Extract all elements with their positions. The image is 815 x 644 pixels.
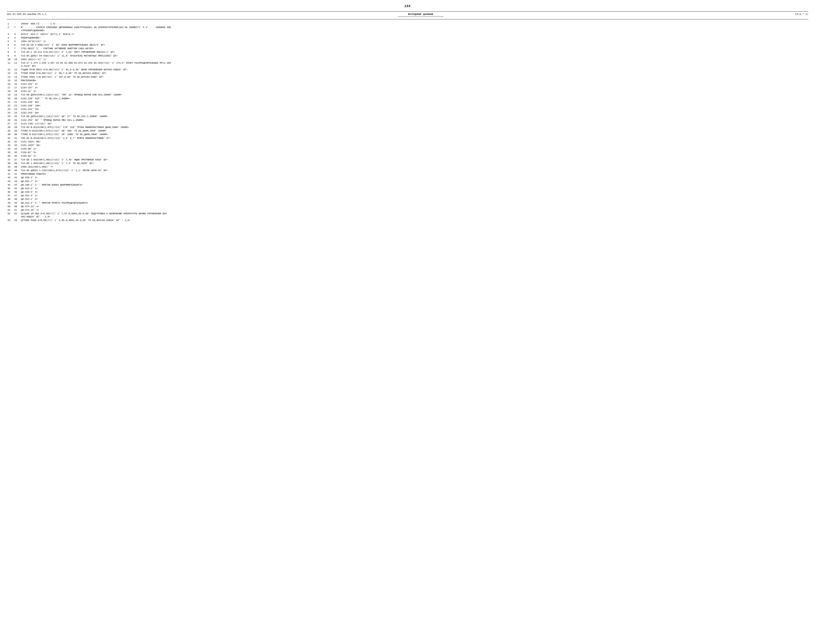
row-num2: 33 bbox=[13, 219, 20, 222]
row-num2: 3 bbox=[13, 32, 20, 36]
row-num1: 36 bbox=[7, 154, 13, 158]
row-num1: 45 bbox=[7, 187, 13, 190]
table-row: 4747Ц8-531-4' 1• bbox=[7, 194, 808, 197]
row-content: Ц8-529-5' 4• bbox=[20, 190, 808, 194]
row-num2: 30 bbox=[13, 133, 20, 136]
table-row: 3535С156-81' 5• bbox=[7, 151, 808, 154]
table-row: 4141РМОНТАЖНЫЕ РАБОТЫ• bbox=[7, 172, 808, 176]
row-num2: 39 bbox=[13, 165, 20, 169]
row-num1: 39 bbox=[7, 165, 13, 169]
row-content: Ц8-522-1' 2• bbox=[20, 197, 808, 201]
table-row: 4646Ц8-529-5' 4• bbox=[7, 190, 808, 194]
row-num2: 6 bbox=[13, 43, 20, 47]
table-row: 2323С152-231' 70• bbox=[7, 107, 808, 111]
row-content: Т15-03 В-0124(Н9=1,076)(=13)' 170' 310' … bbox=[20, 126, 808, 129]
table-row: 44РОБОРУДОВАНИЕ• bbox=[7, 36, 808, 40]
row-num2: 32 bbox=[13, 140, 20, 144]
row-content: Ц8-531-4' 1• bbox=[20, 194, 808, 197]
row-num1: 12 bbox=[7, 68, 13, 71]
table-row: 3434С156-80' 2• bbox=[7, 147, 808, 151]
row-num2: 11 bbox=[13, 61, 20, 68]
row-content: С156-82' 2• bbox=[20, 154, 808, 158]
row-content: Ц8-525-2' 2• bbox=[20, 176, 808, 179]
table-row: 3737Т24-05 1-943(Н9=1,082)(=13)' 2' 7,45… bbox=[7, 158, 808, 161]
table-row: 4545Ц8-613-2' 1• bbox=[7, 187, 808, 190]
row-num1: 34 bbox=[7, 147, 13, 151]
table-row: 2525Т15-09 ДОП14(Н9=1,116)(=13)' 90' 27'… bbox=[7, 115, 808, 118]
row-num1: 16 bbox=[7, 82, 13, 86]
row-num2: 44 bbox=[13, 183, 20, 187]
row-content: Ц8-512-4' 1' ' МОНТАЖ ПУНКТА РАСПРЕДЕЛИТ… bbox=[20, 201, 808, 205]
row-num2: 49 bbox=[13, 201, 20, 205]
row-num1: 19 bbox=[7, 93, 13, 97]
row-num2: 48 bbox=[13, 197, 20, 201]
row-content: РМАТЕРИАЛИ• bbox=[20, 79, 808, 82]
data-table: 1·34040' НОН.ГI' · · · 1 0' · · · · ·2?Ю… bbox=[7, 22, 808, 222]
row-content: 2405-1012(Н9=1,089)' 7• bbox=[20, 165, 808, 169]
table-row: 2222С152-230' 100• bbox=[7, 104, 808, 107]
row-num1: 17 bbox=[7, 86, 13, 89]
row-content: С113-146(.1)(=13)' 20• bbox=[20, 122, 808, 126]
row-content: Ц8-105-1' 1' ' МОНТАЖ БЛОКА ВЫПРЯМИТЕЛЬН… bbox=[20, 183, 808, 187]
table-row: 3636С156-82' 2• bbox=[7, 154, 808, 158]
table-row: 39392405-1012(Н9=1,089)' 7• bbox=[7, 165, 808, 169]
row-content: Ц12Ц4Б ЭП ЛЦ3 К=0,98(=7)' 1' 7,57.0,98Н3… bbox=[20, 212, 808, 219]
row-num2: 26 bbox=[13, 118, 20, 122]
row-num1: 32 bbox=[7, 140, 13, 144]
row-content: С151-1824' R0• bbox=[20, 140, 808, 144]
row-num1: 43 bbox=[7, 179, 13, 183]
row-num2: 23 bbox=[13, 107, 20, 111]
row-num2: 46 bbox=[13, 190, 20, 194]
row-content: С152-229' 90• bbox=[20, 100, 808, 104]
row-num2: 27 bbox=[13, 122, 20, 126]
row-content: Ю' · · · · КЛУБ(В КЛЕЕННЫХ ДЕРЕВЯННЫХ КО… bbox=[20, 26, 808, 32]
table-row: 1111Т15-17 1-274 1-255 1-257 15-04 01-06… bbox=[7, 61, 808, 68]
row-num2: 5 bbox=[13, 40, 20, 43]
table-row: 5151Ц8-574-25' 1• bbox=[7, 208, 808, 212]
row-num1: 2 bbox=[7, 26, 13, 32]
row-content: Ц8-574-23' 4• bbox=[20, 205, 808, 208]
row-num1: 49 bbox=[7, 201, 13, 205]
table-row: 771701-8013' 1' · СЧЕТЧИК АКТИВНОЙ ЭНЕРГ… bbox=[7, 47, 808, 50]
row-num2: 4 bbox=[13, 36, 20, 40]
header-block: 26I-I2-255.85 Альбом УП,ч,2 ИСХОДНЫЕ ДАН… bbox=[7, 11, 808, 19]
row-content: 1701-8013' 1' · СЧЕТЧИК АКТИВНОЙ ЭНЕРГИИ… bbox=[20, 47, 808, 50]
row-num1: 20 bbox=[7, 97, 13, 100]
table-row: 2929ТТОКЕ В-0125(Н9=1,076)(=13)' 80' 490… bbox=[7, 129, 808, 133]
row-num2: ? bbox=[13, 26, 20, 32]
row-num2: 51 bbox=[13, 208, 20, 212]
table-row: 3030ТТОКЕ В-0127(Н9=1,076)(=13)' 20' 100… bbox=[7, 133, 808, 136]
table-row: 5333ЦТТОКЕ П390 К=0,98(=7)' 1' 5,85.0,98… bbox=[7, 219, 808, 222]
table-row: 1919Т15-09 ДОП14(Н9=1,116)(=13)' 700' 21… bbox=[7, 93, 808, 97]
table-row: 1212ТСЦНБ ПТ3П П021 К=0,98(=14)' 1' 81,8… bbox=[7, 68, 808, 71]
row-num1: 14 bbox=[7, 75, 13, 79]
table-row: 33Н23=2' Н24-2' Н25=4' Н27=1,2' Н28=0,7• bbox=[7, 32, 808, 36]
row-num2: 37 bbox=[13, 158, 20, 161]
table-row: 551504-10°0(=14)' 1• bbox=[7, 40, 808, 43]
row-content: С156-80' 2• bbox=[20, 147, 808, 151]
table-row: 4848Ц8-522-1' 2• bbox=[7, 197, 808, 201]
row-content: Т15-17 1-274 1-255 1-257 15-04 01-060 01… bbox=[20, 61, 808, 68]
row-num1: 9 bbox=[7, 54, 13, 58]
row-num1: 10 bbox=[7, 58, 13, 61]
table-row: 1616С154-162' 3• bbox=[7, 82, 808, 86]
row-num2: 31 bbox=[13, 136, 20, 140]
row-num1: 21 bbox=[7, 100, 13, 104]
page-number: 155 bbox=[7, 5, 808, 8]
row-num1: 51 bbox=[7, 208, 13, 212]
row-num1: 28 bbox=[7, 126, 13, 129]
row-content: С154-162' 3• bbox=[20, 82, 808, 86]
row-num1: 38 bbox=[7, 161, 13, 165]
row-num1: 1 bbox=[7, 22, 13, 26]
row-content: ТСЦНБ ПТ3П П021 К=0,98(=14)' 1' 81,8.0,9… bbox=[20, 68, 808, 71]
row-content: С154-157' 3• bbox=[20, 86, 808, 89]
table-row: 4444Ц8-105-1' 1' ' МОНТАЖ БЛОКА ВЫПРЯМИТ… bbox=[7, 183, 808, 187]
row-num2: 8 bbox=[13, 50, 20, 54]
table-row: 2?Ю' · · · · КЛУБ(В КЛЕЕННЫХ ДЕРЕВЯННЫХ … bbox=[7, 26, 808, 32]
row-num1: 46 bbox=[7, 190, 13, 194]
row-content: ТТОКЕ П401 <=0,98(=14)' 1' 107.0,98' ТО … bbox=[20, 75, 808, 79]
row-num1: 53 bbox=[7, 219, 13, 222]
row-num1: 26 bbox=[7, 118, 13, 122]
row-num2: 24 bbox=[13, 111, 20, 115]
table-row: 5050Ц8-574-23' 4• bbox=[7, 205, 808, 208]
